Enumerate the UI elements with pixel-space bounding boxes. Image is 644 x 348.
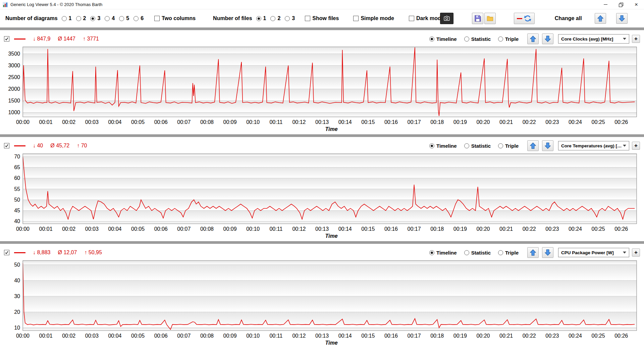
series-color-line (14, 145, 25, 146)
stat-avg: Ø 45,72 (50, 143, 69, 149)
chart-plot[interactable]: 10001500200025003000350000:0000:0100:020… (4, 45, 640, 126)
x-tick-label: 00:11 (269, 226, 282, 232)
plot-band (23, 312, 637, 328)
x-tick-label: 00:18 (430, 226, 444, 232)
plot-band (23, 77, 637, 89)
radio-icon (76, 16, 81, 21)
x-tick-label: 00:24 (569, 119, 582, 125)
x-tick-label: 00:10 (246, 226, 260, 232)
x-tick-label: 00:02 (62, 333, 75, 339)
series-visible-checkbox[interactable] (4, 143, 9, 148)
metric-up-button[interactable] (527, 140, 539, 151)
metric-down-button[interactable] (542, 140, 553, 151)
check-icon (5, 144, 9, 148)
metric-move-buttons (527, 140, 553, 151)
view-triple-radio[interactable]: Triple (498, 143, 519, 149)
change-all-down-button[interactable] (616, 13, 628, 24)
x-tick-label: 00:20 (476, 333, 490, 339)
radio-icon (90, 16, 95, 21)
x-tick-label: 00:01 (39, 333, 53, 339)
x-tick-label: 00:23 (545, 226, 559, 232)
screenshot-button[interactable] (440, 13, 453, 24)
x-tick-label: 00:24 (569, 333, 582, 339)
x-tick-label: 00:10 (246, 333, 260, 339)
x-tick-label: 00:03 (85, 333, 99, 339)
metric-move-buttons (527, 33, 553, 44)
diagrams-option-6[interactable]: 6 (133, 15, 144, 21)
arrow-down-icon (618, 15, 626, 22)
view-timeline-radio[interactable]: Timeline (429, 36, 457, 42)
plot-band (23, 328, 637, 331)
add-metric-button[interactable]: + (632, 142, 640, 150)
x-tick-label: 00:04 (108, 333, 121, 339)
metric-up-button[interactable] (527, 33, 539, 44)
change-all-up-button[interactable] (595, 13, 606, 24)
series-visible-checkbox[interactable] (4, 36, 9, 42)
x-tick-label: 00:21 (499, 119, 513, 125)
x-tick-label: 00:16 (384, 333, 398, 339)
simple-mode-checkbox[interactable]: Simple mode (353, 15, 394, 21)
metric-up-button[interactable] (527, 247, 539, 258)
chart-header: ↓ 847,9 Ø 1447 ↑ 3771 Timeline Statistic… (4, 33, 640, 45)
view-statistic-radio[interactable]: Statistic (464, 36, 491, 42)
y-tick-label: 2000 (8, 86, 20, 92)
checkbox-icon (154, 16, 160, 21)
x-tick-label: 00:25 (592, 119, 605, 125)
x-tick-label: 00:08 (200, 226, 214, 232)
save-icon (474, 14, 482, 22)
number-of-files-label: Number of files (213, 15, 252, 21)
arrow-down-icon (544, 249, 551, 256)
chart-plot[interactable]: 4045505560657000:0000:0100:0200:0300:040… (4, 152, 640, 233)
charts-container: ↓ 847,9 Ø 1447 ↑ 3771 Timeline Statistic… (0, 27, 644, 348)
x-tick-label: 00:23 (545, 119, 559, 125)
chevron-down-icon (623, 38, 626, 40)
y-tick-label: 50 (14, 262, 20, 268)
minimize-button[interactable] (598, 0, 613, 9)
metric-dropdown[interactable]: Core Temperatures (avg) [°C] (558, 141, 629, 150)
open-folder-button[interactable] (484, 13, 496, 24)
add-metric-button[interactable]: + (632, 35, 640, 43)
diagrams-option-4[interactable]: 4 (105, 15, 115, 21)
chart-canvas: 10001500200025003000350000:0000:0100:020… (4, 45, 640, 126)
close-button[interactable]: × (629, 0, 644, 9)
diagrams-option-1[interactable]: 1 (62, 15, 72, 21)
save-button[interactable] (472, 13, 483, 24)
view-timeline-radio[interactable]: Timeline (429, 250, 457, 256)
y-tick-label: 50 (14, 197, 20, 203)
plot-band (23, 156, 637, 167)
two-columns-checkbox[interactable]: Two columns (154, 15, 196, 21)
diagrams-option-5[interactable]: 5 (119, 15, 129, 21)
view-timeline-radio[interactable]: Timeline (429, 143, 457, 149)
x-tick-label: 00:20 (476, 119, 490, 125)
metric-dropdown[interactable]: Core Clocks (avg) [MHz] (558, 34, 629, 44)
radio-icon (429, 250, 434, 255)
arrow-up-icon (597, 15, 604, 22)
files-option-1[interactable]: 1 (256, 15, 266, 21)
series-visible-checkbox[interactable] (4, 250, 9, 255)
view-triple-radio[interactable]: Triple (498, 36, 519, 42)
x-tick-label: 00:13 (315, 226, 329, 232)
metric-dropdown[interactable]: CPU Package Power [W] (558, 248, 629, 257)
x-tick-label: 00:12 (292, 226, 306, 232)
files-option-2[interactable]: 2 (270, 15, 280, 21)
x-tick-label: 00:08 (200, 119, 214, 125)
files-option-3[interactable]: 3 (285, 15, 295, 21)
metric-down-button[interactable] (542, 247, 553, 258)
view-triple-radio[interactable]: Triple (498, 250, 519, 256)
chart-plot[interactable]: 102030405000:0000:0100:0200:0300:0400:05… (4, 259, 640, 340)
show-files-checkbox[interactable]: Show files (305, 15, 339, 21)
x-tick-label: 00:15 (361, 226, 375, 232)
diagrams-option-2[interactable]: 2 (76, 15, 86, 21)
maximize-button[interactable] (613, 0, 629, 9)
diagrams-option-3[interactable]: 3 (90, 15, 100, 21)
view-statistic-radio[interactable]: Statistic (464, 143, 491, 149)
add-metric-button[interactable]: + (632, 249, 640, 257)
view-statistic-radio[interactable]: Statistic (464, 250, 491, 256)
window-title: Generic Log Viewer 5.4 - © 2020 Thomas B… (10, 2, 102, 7)
number-of-diagrams-label: Number of diagrams (5, 15, 58, 21)
dark-mode-checkbox[interactable]: Dark mode (409, 15, 444, 21)
radio-icon (464, 37, 469, 42)
metric-down-button[interactable] (542, 33, 553, 44)
reload-button[interactable] (514, 13, 535, 24)
stat-avg: Ø 1447 (58, 36, 75, 42)
